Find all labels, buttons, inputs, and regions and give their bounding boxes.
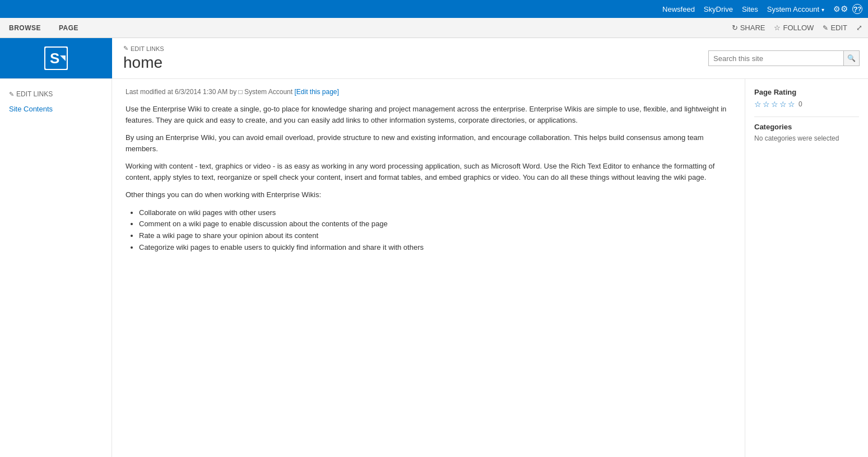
ribbon-bar: BROWSE PAGE ↻ SHARE ☆ FOLLOW ✎ EDIT ⤢ [0,18,868,38]
main-layout: ✎ EDIT LINKS Site Contents Last modified… [0,79,868,457]
sites-link[interactable]: Sites [742,5,758,13]
svg-text:S: S [50,50,59,67]
sidebar: ✎ EDIT LINKS Site Contents [0,79,112,457]
right-panel: Page Rating ☆ ☆ ☆ ☆ ☆ 0 Categories No ca… [745,79,868,457]
system-account-arrow [821,5,824,13]
skydrive-link[interactable]: SkyDrive [704,5,733,13]
system-account-menu[interactable]: System Account [767,5,824,13]
tab-browse[interactable]: BROWSE [6,20,44,36]
bullet-item-0: Collaborate on wiki pages with other use… [139,207,731,219]
newsfeed-link[interactable]: Newsfeed [662,5,695,13]
bullet-item-1: Comment on a wiki page to enable discuss… [139,218,731,230]
content-paragraph-2: By using an Enterprise Wiki, you can avo… [126,132,731,154]
content-paragraph-4: Other things you can do when working wit… [126,189,731,200]
no-categories-text: No categories were selected [754,134,859,142]
edit-icon: ✎ [823,24,828,32]
help-icon[interactable]: ? [852,4,862,14]
focus-action[interactable]: ⤢ [856,24,862,32]
search-box: 🔍 [708,50,860,66]
star-2[interactable]: ☆ [763,100,770,109]
search-input[interactable] [709,51,843,66]
share-action[interactable]: ↻ SHARE [732,24,765,32]
sharepoint-logo-container: S [36,44,76,72]
content-body: Use the Enterprise Wiki to create a sing… [126,104,731,254]
star-3[interactable]: ☆ [771,100,778,109]
ribbon-actions: ↻ SHARE ☆ FOLLOW ✎ EDIT ⤢ [732,24,862,32]
last-modified-text: Last modified at 6/3/2014 1:30 AM by [126,88,236,96]
search-area: 🔍 [700,50,868,66]
tab-page[interactable]: PAGE [55,20,82,36]
page-rating-title: Page Rating [754,88,859,96]
pencil-icon: ✎ [123,45,128,52]
content-paragraph-1: Use the Enterprise Wiki to create a sing… [126,104,731,125]
bullet-item-2: Rate a wiki page to share your opinion a… [139,230,731,242]
focus-icon: ⤢ [856,24,862,32]
content-paragraph-3: Working with content - text, graphics or… [126,161,731,183]
star-4[interactable]: ☆ [779,100,787,109]
site-title-area: ✎ EDIT LINKS home [112,38,700,78]
search-icon: 🔍 [847,54,856,62]
gear-icon[interactable]: ⚙ [833,4,848,14]
content-area: Last modified at 6/3/2014 1:30 AM by □ S… [112,79,745,457]
site-header: S ✎ EDIT LINKS home 🔍 [0,38,868,79]
follow-icon: ☆ [774,24,781,32]
page-title: home [123,54,689,72]
star-1[interactable]: ☆ [754,100,762,109]
sidebar-pencil-icon: ✎ [9,91,14,98]
categories-title: Categories [754,123,859,131]
rating-count: 0 [799,100,802,108]
panel-divider [754,116,859,117]
sharepoint-logo-svg: S [45,48,67,69]
follow-action[interactable]: ☆ FOLLOW [774,24,814,32]
sharepoint-logo-box: S [44,46,68,70]
share-icon: ↻ [732,24,738,32]
header-edit-links[interactable]: ✎ EDIT LINKS [123,45,689,52]
top-nav-icons: ⚙ ? [833,4,862,14]
star-5[interactable]: ☆ [788,100,795,109]
last-modified-user: System Account [244,88,293,96]
bullet-item-3: Categorize wiki pages to enable users to… [139,242,731,254]
ribbon-tabs: BROWSE PAGE [6,20,82,36]
system-account-label: System Account [767,5,819,13]
site-logo[interactable]: S [0,38,112,78]
search-button[interactable]: 🔍 [843,51,859,66]
top-navigation: Newsfeed SkyDrive Sites System Account ⚙… [0,0,868,18]
edit-page-link[interactable]: [Edit this page] [294,88,338,96]
sidebar-site-contents[interactable]: Site Contents [0,102,112,115]
last-modified-user-icon: □ [238,88,244,96]
sidebar-edit-links[interactable]: ✎ EDIT LINKS [0,88,112,100]
bullet-list: Collaborate on wiki pages with other use… [139,207,731,254]
last-modified: Last modified at 6/3/2014 1:30 AM by □ S… [126,88,731,96]
star-rating: ☆ ☆ ☆ ☆ ☆ 0 [754,100,859,109]
edit-action[interactable]: ✎ EDIT [823,24,847,32]
